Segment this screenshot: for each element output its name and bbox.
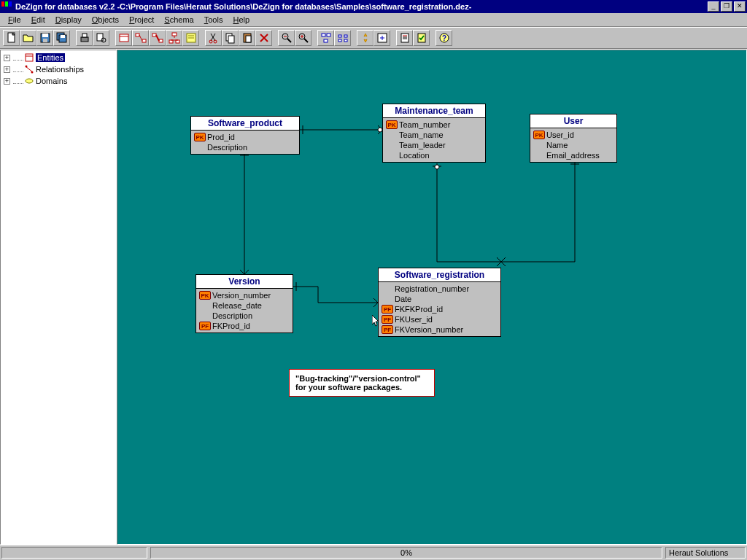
attribute: Team_leader: [399, 141, 446, 149]
attribute: Name: [546, 141, 568, 149]
attribute: FKProd_id: [212, 322, 250, 330]
maximize-button[interactable]: ❐: [721, 1, 732, 12]
print-preview-button[interactable]: [93, 30, 109, 46]
svg-rect-17: [159, 39, 163, 42]
note-button[interactable]: [182, 30, 199, 46]
toolbar: ?: [0, 27, 747, 49]
new-button[interactable]: [3, 30, 20, 46]
relationship-icon: [25, 65, 34, 74]
entity-button[interactable]: [115, 30, 132, 46]
tree-node-relationships[interactable]: + Relationships: [2, 63, 115, 75]
menu-display[interactable]: Display: [50, 14, 87, 26]
attribute: FKVersion_number: [395, 325, 463, 334]
entity-version[interactable]: Version PKVersion_number Release_date De…: [196, 274, 293, 333]
tree-panel[interactable]: + Entities + Relationships + Domains: [0, 50, 117, 545]
attribute: FKUser_id: [395, 315, 433, 324]
paste-button[interactable]: [239, 30, 255, 46]
svg-point-60: [26, 79, 33, 83]
expander-icon[interactable]: +: [4, 66, 10, 73]
expander-icon[interactable]: +: [4, 55, 10, 61]
fk-icon: PF: [382, 305, 393, 314]
entity-software-product[interactable]: Software_product PKProd_id Description: [190, 116, 300, 155]
svg-line-15: [139, 35, 142, 41]
entity-title: Software_product: [191, 117, 299, 131]
status-progress: 0%: [150, 547, 662, 559]
svg-text:?: ?: [441, 34, 446, 42]
menu-schema[interactable]: Schema: [159, 14, 198, 26]
attribute: FKFKProd_id: [395, 305, 443, 314]
menubar: File Edit Display Objects Project Schema…: [0, 13, 747, 27]
align-button[interactable]: [334, 30, 351, 46]
menu-project[interactable]: Project: [124, 14, 159, 26]
subtype-button[interactable]: [166, 30, 182, 46]
identifying-rel-button[interactable]: [149, 30, 166, 46]
svg-rect-46: [344, 39, 347, 42]
save-button[interactable]: [36, 30, 53, 46]
tree-node-entities[interactable]: + Entities: [2, 52, 115, 63]
help-button[interactable]: ?: [436, 30, 452, 46]
svg-rect-8: [82, 34, 87, 37]
menu-edit[interactable]: Edit: [26, 14, 50, 26]
svg-rect-13: [136, 34, 139, 36]
arrange-button[interactable]: [317, 30, 334, 46]
close-button[interactable]: ✕: [734, 1, 746, 12]
diagram-canvas[interactable]: Software_product PKProd_id Description M…: [117, 50, 747, 545]
svg-rect-30: [228, 36, 234, 43]
copy-button[interactable]: [222, 30, 239, 46]
entity-user[interactable]: User PKUser_id Name Email_address: [530, 114, 617, 163]
validate-button[interactable]: [413, 30, 430, 46]
svg-rect-44: [344, 35, 347, 37]
print-button[interactable]: [76, 30, 93, 46]
menu-tools[interactable]: Tools: [199, 14, 228, 26]
attribute: Prod_id: [207, 133, 235, 141]
attribute: Team_name: [399, 131, 444, 139]
save-all-button[interactable]: [53, 30, 70, 46]
svg-rect-48: [401, 34, 409, 42]
entity-title: Maintenance_team: [383, 104, 485, 118]
svg-rect-43: [338, 35, 341, 37]
cut-button[interactable]: [205, 30, 222, 46]
diagram-note[interactable]: "Bug-tracking"/"version-control" for you…: [289, 369, 435, 397]
svg-line-37: [304, 39, 308, 42]
delete-button[interactable]: [255, 30, 272, 46]
relationship-button[interactable]: [132, 30, 149, 46]
zoom-out-button[interactable]: [278, 30, 295, 46]
generate-button[interactable]: [357, 30, 374, 46]
tree-label: Domains: [36, 77, 67, 85]
entity-maintenance-team[interactable]: Maintenance_team PKTeam_number Team_name…: [382, 104, 486, 163]
zoom-in-button[interactable]: [295, 30, 311, 46]
fk-icon: PF: [382, 315, 393, 324]
expander-icon[interactable]: +: [4, 78, 10, 85]
entity-title: Software_registration: [379, 268, 500, 282]
entity-software-registration[interactable]: Software_registration Registration_numbe…: [378, 268, 501, 337]
svg-rect-7: [81, 37, 88, 42]
fk-icon: PF: [382, 325, 393, 334]
menu-objects[interactable]: Objects: [87, 14, 124, 26]
svg-rect-45: [338, 39, 341, 42]
tree-node-domains[interactable]: + Domains: [2, 75, 115, 87]
status-vendor: Heraut Solutions: [665, 547, 746, 559]
svg-rect-55: [26, 54, 33, 61]
svg-rect-2: [42, 34, 48, 37]
fk-icon: PF: [199, 322, 211, 330]
window-title: DeZign for databases v2.2 -C:\Program Fi…: [15, 2, 708, 11]
pk-icon: PK: [533, 131, 545, 139]
attribute: Description: [212, 311, 252, 320]
menu-help[interactable]: Help: [228, 14, 255, 26]
svg-rect-14: [142, 39, 146, 42]
reverse-button[interactable]: [374, 30, 390, 46]
svg-rect-3: [43, 39, 47, 42]
entity-icon: [25, 53, 34, 62]
svg-rect-19: [172, 33, 177, 36]
report-button[interactable]: [396, 30, 413, 46]
tree-label: Relationships: [36, 65, 84, 74]
open-button[interactable]: [20, 30, 36, 46]
svg-rect-21: [176, 40, 179, 43]
attribute: Version_number: [212, 291, 271, 300]
svg-rect-11: [120, 34, 128, 42]
pk-icon: PK: [199, 291, 211, 300]
menu-file[interactable]: File: [3, 14, 26, 26]
minimize-button[interactable]: _: [708, 1, 719, 12]
attribute: User_id: [546, 131, 574, 139]
entity-title: User: [530, 114, 616, 128]
